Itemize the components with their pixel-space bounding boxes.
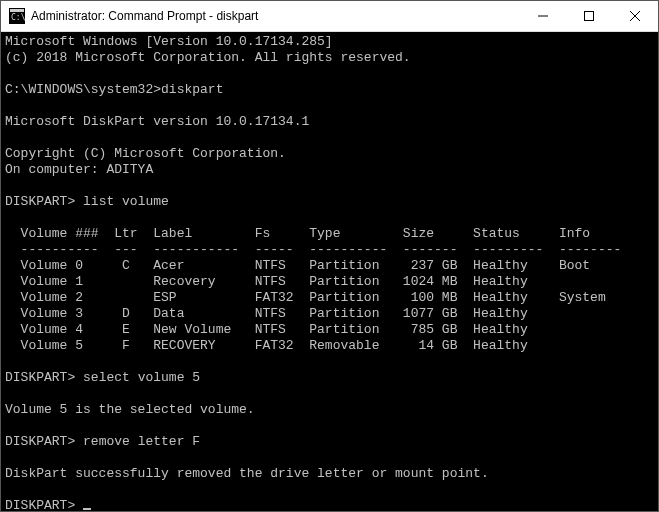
window-controls	[520, 1, 658, 31]
command-text: diskpart	[161, 82, 223, 97]
output-line: DiskPart successfully removed the drive …	[5, 466, 489, 481]
command-text: remove letter F	[83, 434, 200, 449]
diskpart-prompt: DISKPART>	[5, 434, 75, 449]
command-text: list volume	[83, 194, 169, 209]
banner-line: (c) 2018 Microsoft Corporation. All righ…	[5, 50, 411, 65]
output-line: Copyright (C) Microsoft Corporation.	[5, 146, 286, 161]
diskpart-prompt: DISKPART>	[5, 498, 75, 511]
cmd-icon: C:\	[9, 8, 25, 24]
output-line: Volume 5 is the selected volume.	[5, 402, 255, 417]
diskpart-prompt: DISKPART>	[5, 370, 75, 385]
svg-rect-1	[10, 9, 24, 12]
titlebar[interactable]: C:\ Administrator: Command Prompt - disk…	[1, 1, 658, 32]
minimize-button[interactable]	[520, 1, 566, 31]
svg-rect-4	[585, 12, 594, 21]
prompt: C:\WINDOWS\system32>	[5, 82, 161, 97]
svg-text:C:\: C:\	[11, 13, 25, 22]
volume-table: Volume ### Ltr Label Fs Type Size Status…	[5, 226, 621, 353]
window-title: Administrator: Command Prompt - diskpart	[31, 9, 520, 23]
maximize-button[interactable]	[566, 1, 612, 31]
cursor	[83, 508, 91, 510]
diskpart-prompt: DISKPART>	[5, 194, 75, 209]
banner-line: Microsoft Windows [Version 10.0.17134.28…	[5, 34, 333, 49]
output-line: On computer: ADITYA	[5, 162, 153, 177]
terminal-output[interactable]: Microsoft Windows [Version 10.0.17134.28…	[1, 32, 658, 511]
close-button[interactable]	[612, 1, 658, 31]
output-line: Microsoft DiskPart version 10.0.17134.1	[5, 114, 309, 129]
command-text: select volume 5	[83, 370, 200, 385]
